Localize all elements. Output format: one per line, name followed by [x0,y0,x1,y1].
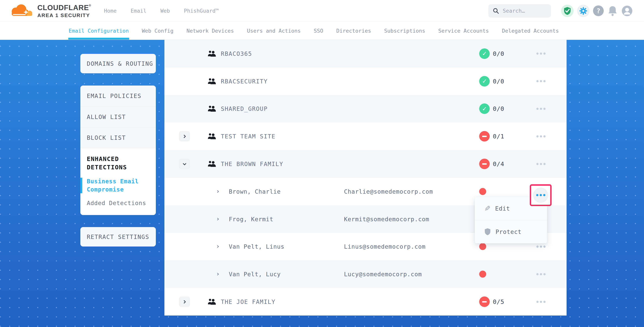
status-badge-blocked [479,131,490,142]
group-icon [208,298,216,305]
expand-button[interactable] [179,297,190,307]
search-icon [493,7,499,14]
sidebar-subitem-added-detections[interactable]: Added Detections [80,199,146,207]
ellipsis-icon [536,80,546,82]
group-icon [208,105,216,112]
tab-web-config[interactable]: Web Config [142,22,174,40]
tab-email-configuration[interactable]: Email Configuration [68,22,129,40]
menu-button-circle [533,188,548,203]
registered-mark: ® [89,4,91,7]
row-menu-button[interactable] [528,67,554,95]
status-badge-ok: ✓ [479,48,490,59]
sidebar-section-enhanced-detections: ENHANCED DETECTIONS Business Email Compr… [80,148,156,215]
groups-table: RBACO365 ✓ 0/0 RBACSECURITY ✓ 0/0 SHARED… [164,40,566,316]
ellipsis-icon [536,135,546,137]
sidebar-item-block-list[interactable]: BLOCK LIST [80,127,156,148]
main-nav: Home Email Web PhishGuard™ [104,8,219,14]
nav-web[interactable]: Web [160,8,170,14]
member-name: Van Pelt, Linus [229,243,284,250]
nav-phishguard[interactable]: PhishGuard™ [184,8,219,14]
gear-icon[interactable] [577,5,590,17]
group-name: TEST TEAM SITE [221,133,276,140]
alert-dot [479,243,486,250]
search-box[interactable] [488,4,551,17]
tab-sso[interactable]: SSO [314,22,324,40]
check-icon: ✓ [482,50,487,57]
minus-icon [482,301,487,303]
page: CLOUDFLARE® AREA 1 SECURITY Home Email W… [0,0,644,327]
sidebar-card-domains-routing[interactable]: DOMAINS & ROUTING [80,54,156,73]
group-icon [208,133,216,140]
status-badge-ok: ✓ [479,103,490,114]
nav-email[interactable]: Email [130,8,146,14]
group-name: THE BROWN FAMILY [221,161,283,167]
member-chevron-icon[interactable] [216,218,219,221]
tab-network-devices[interactable]: Network Devices [186,22,234,40]
bell-icon[interactable] [607,5,618,16]
protected-count: 0/5 [493,298,504,305]
tab-service-accounts[interactable]: Service Accounts [438,22,489,40]
sidebar-item-domains-routing[interactable]: DOMAINS & ROUTING [80,60,153,67]
nav-home[interactable]: Home [104,8,116,14]
sidebar-item-retract-settings[interactable]: RETRACT SETTINGS [80,234,149,240]
tab-users-and-actions[interactable]: Users and Actions [246,22,301,40]
group-icon [208,78,216,85]
group-name: RBACO365 [221,50,252,57]
search-input[interactable] [503,8,542,14]
alert-dot [479,188,486,195]
menu-item-protect[interactable]: Protect [475,220,547,243]
row-menu-button[interactable] [528,150,554,178]
collapse-button[interactable] [179,159,190,169]
row-menu-button[interactable] [528,122,554,150]
table-row: THE JOE FAMILY 0/5 [164,288,566,316]
member-chevron-icon[interactable] [216,273,219,276]
sidebar-item-allow-list[interactable]: ALLOW LIST [80,106,156,127]
ellipsis-icon [536,246,546,248]
section-tabbar: Email Configuration Web Config Network D… [0,22,644,40]
sidebar-subitem-business-email-compromise[interactable]: Business Email Compromise [80,177,146,194]
expand-button[interactable] [179,131,190,141]
protected-count: 0/4 [493,160,504,167]
member-name: Brown, Charlie [229,188,281,195]
ellipsis-icon [536,52,546,55]
row-menu-button-highlighted[interactable] [530,184,552,206]
check-icon: ✓ [482,105,487,112]
brand-name: CLOUDFLARE® [37,4,91,11]
table-row: Van Pelt, Lucy Lucy@somedemocorp.com [164,260,566,288]
protected-count: 0/0 [493,50,504,57]
shield-check-icon[interactable] [561,5,574,17]
chevron-right-icon [182,135,186,138]
row-menu-button[interactable] [528,288,554,316]
sidebar-card-retract-settings[interactable]: RETRACT SETTINGS [80,227,156,247]
tab-directories[interactable]: Directories [336,22,372,40]
account-icon[interactable] [622,5,633,16]
status-badge-ok: ✓ [479,76,490,86]
help-icon[interactable]: ? [593,5,604,16]
cloudflare-cloud-icon [9,3,35,19]
table-row: RBACSECURITY ✓ 0/0 [164,67,566,95]
minus-icon [482,136,487,137]
row-menu-button[interactable] [528,95,554,123]
group-icon [208,160,216,167]
row-menu-button[interactable] [528,40,554,67]
member-chevron-icon[interactable] [216,245,219,248]
menu-item-label: Protect [496,228,522,235]
row-menu-button[interactable] [528,260,554,288]
member-chevron-icon[interactable] [216,190,219,193]
ellipsis-icon [536,163,546,165]
gear-glyph [579,6,588,15]
chevron-down-icon [183,162,186,165]
sidebar-item-email-policies[interactable]: EMAIL POLICIES [80,85,156,106]
group-name: SHARED_GROUP [221,105,268,112]
pencil-icon: ✎ [484,204,490,213]
group-icon [208,50,216,57]
protected-count: 0/0 [493,78,504,85]
brand-subtitle: AREA 1 SECURITY [37,13,91,18]
sidebar-card-policies: EMAIL POLICIES ALLOW LIST BLOCK LIST ENH… [80,85,156,215]
member-email: Lucy@somedemocorp.com [344,271,422,278]
tab-subscriptions[interactable]: Subscriptions [384,22,426,40]
shield-check-glyph [564,7,571,15]
sidebar-item-enhanced-detections[interactable]: ENHANCED DETECTIONS [80,155,144,171]
tab-delegated-accounts[interactable]: Delegated Accounts [502,22,559,40]
protected-count: 0/0 [493,105,504,112]
